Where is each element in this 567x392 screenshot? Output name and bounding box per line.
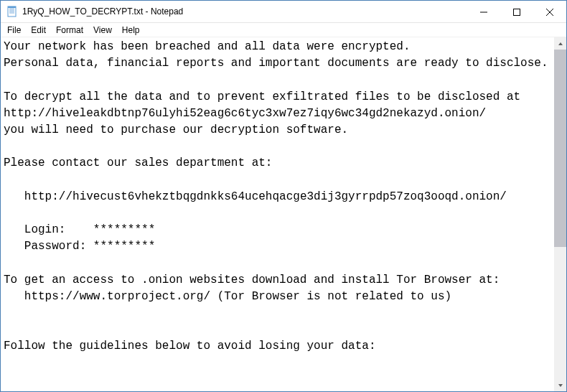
menu-file[interactable]: File [2,24,26,36]
close-button[interactable] [533,1,566,23]
svg-rect-5 [8,6,16,8]
minimize-button[interactable] [467,1,500,23]
window-controls [467,1,566,22]
menubar: File Edit Format View Help [1,23,566,37]
menu-help[interactable]: Help [117,24,145,36]
titlebar: 1RyQ_HOW_TO_DECRYPT.txt - Notepad [1,1,566,23]
notepad-icon [6,6,18,17]
text-content[interactable]: Your network has been breached and all d… [1,37,554,391]
svg-rect-7 [514,9,520,15]
window-title: 1RyQ_HOW_TO_DECRYPT.txt - Notepad [22,6,467,17]
menu-edit[interactable]: Edit [26,24,51,36]
scroll-down-button[interactable] [554,379,566,391]
scroll-up-button[interactable] [554,37,566,50]
content-area: Your network has been breached and all d… [1,37,566,391]
scroll-thumb[interactable] [554,50,566,247]
scroll-track[interactable] [554,50,566,379]
maximize-button[interactable] [500,1,533,23]
menu-view[interactable]: View [88,24,117,36]
vertical-scrollbar[interactable] [554,37,566,391]
menu-format[interactable]: Format [51,24,88,36]
